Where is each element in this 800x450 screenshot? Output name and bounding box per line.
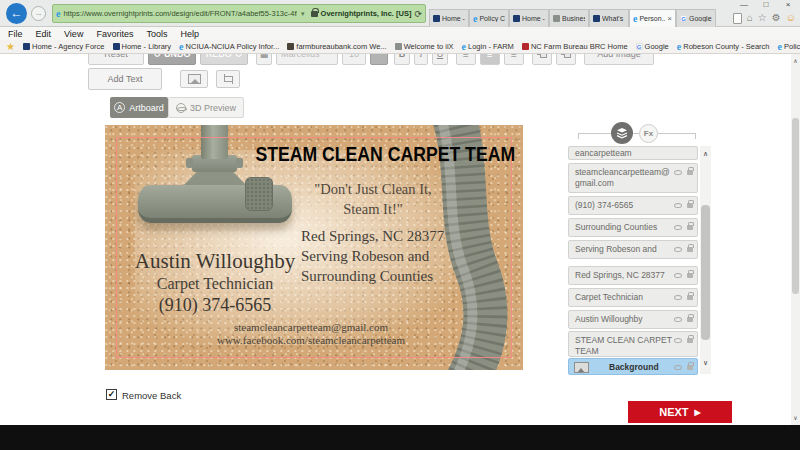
lock-icon[interactable] xyxy=(687,295,693,300)
feedback-smiley-icon[interactable]: ☺ xyxy=(786,12,796,24)
lock-icon[interactable] xyxy=(687,203,693,208)
card-email-text[interactable]: steamcleancarpetteam@gmail.com xyxy=(161,321,461,333)
lock-icon[interactable] xyxy=(687,225,693,230)
card-serving-line2[interactable]: Surrounding Counties xyxy=(301,266,481,286)
visibility-eye-icon[interactable] xyxy=(674,225,682,230)
image-tool-button[interactable] xyxy=(180,70,208,88)
card-city-text[interactable]: Red Springs, NC 28377 xyxy=(301,226,481,246)
favorite-iix[interactable]: Welcome to iiX xyxy=(395,42,454,51)
card-canvas[interactable]: STEAM CLEAN CARPET TEAM "Don't Just Clea… xyxy=(105,125,523,370)
favorites-star-icon[interactable]: ☆ xyxy=(758,12,767,24)
new-tab-icon[interactable] xyxy=(733,13,742,24)
layers-scroll-down-icon[interactable]: ∨ xyxy=(700,359,711,367)
card-facebook-text[interactable]: www.facebook.com/steamcleancarpetteam xyxy=(161,334,461,346)
tab-business[interactable]: Business ... xyxy=(549,9,589,27)
text-color-swatch[interactable] xyxy=(370,54,388,65)
certificate-name[interactable]: Overnightprints, Inc. [US] xyxy=(321,9,412,18)
lock-icon[interactable] xyxy=(687,170,693,175)
card-name-text[interactable]: Austin Willoughby xyxy=(123,249,307,274)
layers-panel-button[interactable] xyxy=(611,122,633,144)
tab-3d-preview[interactable]: 3D Preview xyxy=(168,97,244,118)
favorite-library[interactable]: Home - Library xyxy=(113,42,172,51)
favorite-login-farm[interactable]: eLogin - FARM xyxy=(462,42,514,52)
layer-item-title[interactable]: STEAM CLEAN CARPET TEAM xyxy=(568,331,698,357)
favorite-agency-force[interactable]: Home - Agency Force xyxy=(23,42,105,51)
layer-item-email[interactable]: steamcleancarpetteam@gmail.com xyxy=(568,163,698,193)
layer-item-name[interactable]: Austin Willoughby xyxy=(568,310,698,329)
visibility-eye-icon[interactable] xyxy=(674,295,682,300)
url-text[interactable]: https://www.overnightprints.com/design/e… xyxy=(63,9,296,18)
favorite-nciua-policy[interactable]: eNCIUA-NCIUA Policy Infor... xyxy=(179,42,279,52)
bring-forward-icon[interactable] xyxy=(532,54,552,65)
menu-tools[interactable]: Tools xyxy=(146,29,167,39)
home-icon[interactable]: ⌂ xyxy=(747,12,753,24)
visibility-eye-icon[interactable] xyxy=(674,317,682,322)
page-scrollbar-thumb[interactable] xyxy=(792,118,799,294)
bold-button[interactable]: B xyxy=(394,54,410,65)
lock-icon[interactable] xyxy=(687,365,693,370)
layers-scrollbar-thumb[interactable] xyxy=(701,205,710,340)
lock-icon[interactable] xyxy=(687,317,693,322)
send-backward-icon[interactable] xyxy=(556,54,576,65)
next-button[interactable]: NEXT ▶ xyxy=(628,401,732,423)
page-scroll-down-icon[interactable]: ∨ xyxy=(791,414,800,421)
tab-policy-center[interactable]: ePolicy Cen... xyxy=(469,9,509,27)
crop-tool-button[interactable] xyxy=(216,70,240,88)
tab-home-u[interactable]: Home - U... xyxy=(509,9,549,27)
visibility-eye-icon[interactable] xyxy=(674,365,682,370)
layers-scroll-up-icon[interactable]: ∧ xyxy=(700,150,711,158)
tab-whats-new[interactable]: What's ne... xyxy=(589,9,629,27)
card-address-block[interactable]: Red Springs, NC 28377 Serving Robeson an… xyxy=(301,226,481,286)
visibility-eye-icon[interactable] xyxy=(674,338,682,343)
minimize-button[interactable]: — xyxy=(734,0,754,10)
favorites-bar-star-icon[interactable]: ★ xyxy=(6,42,15,52)
redo-button[interactable]: REDO↻ xyxy=(200,54,248,65)
refresh-icon[interactable]: ⟳ xyxy=(414,9,422,19)
font-family-select[interactable]: Marcellus xyxy=(276,54,338,65)
align-right-icon[interactable]: ≡ xyxy=(504,54,524,65)
back-button[interactable]: ← xyxy=(6,3,27,24)
card-tagline-line1[interactable]: "Don't Just Clean It, xyxy=(277,181,469,198)
layer-item-role[interactable]: Carpet Technician xyxy=(568,288,698,307)
forward-button[interactable]: → xyxy=(31,6,46,21)
layer-item-background-selected[interactable]: Background xyxy=(568,358,698,375)
layer-item-surrounding[interactable]: Surrounding Counties xyxy=(568,218,698,237)
align-center-icon[interactable]: ≡ xyxy=(480,54,500,65)
lock-icon[interactable] xyxy=(687,273,693,278)
layer-item-phone[interactable]: (910) 374-6565 xyxy=(568,196,698,215)
tab-close-icon[interactable]: × xyxy=(667,15,672,23)
card-title-text[interactable]: STEAM CLEAN CARPET TEAM xyxy=(255,142,490,166)
tab-personalize-active[interactable]: ePerson...× xyxy=(629,9,676,27)
card-phone-text[interactable]: (910) 374-6565 xyxy=(123,295,307,316)
card-serving-line1[interactable]: Serving Robeson and xyxy=(301,246,481,266)
menu-file[interactable]: File xyxy=(8,29,23,39)
menu-edit[interactable]: Edit xyxy=(36,29,52,39)
card-tagline-line2[interactable]: Steam It!" xyxy=(277,201,469,218)
font-size-input[interactable]: 10 xyxy=(342,54,366,65)
undo-button[interactable]: ↺UNDO xyxy=(148,54,196,65)
favorite-google[interactable]: GGoogle xyxy=(636,42,669,51)
favorite-farmbureaubank[interactable]: farmbureaubank.com We... xyxy=(287,42,386,51)
visibility-eye-icon[interactable] xyxy=(674,203,682,208)
visibility-eye-icon[interactable] xyxy=(674,273,682,278)
effects-panel-button[interactable]: Fx xyxy=(639,124,658,143)
remove-back-checkbox[interactable]: ✓ xyxy=(106,389,117,400)
menu-view[interactable]: View xyxy=(64,29,83,39)
lock-icon[interactable] xyxy=(687,247,693,252)
reset-button[interactable]: Reset xyxy=(88,54,144,65)
lock-icon[interactable] xyxy=(687,338,693,343)
grid-tool-icon[interactable]: ▦ xyxy=(256,54,272,65)
add-text-button[interactable]: Add Text xyxy=(88,68,162,90)
address-bar[interactable]: e https://www.overnightprints.com/design… xyxy=(52,4,426,23)
tab-artboard[interactable]: A Artboard xyxy=(110,97,168,118)
favorite-policy-center[interactable]: ePolicy Center xyxy=(778,42,800,52)
menu-help[interactable]: Help xyxy=(180,29,199,39)
tab-google[interactable]: GGoogle xyxy=(676,9,716,27)
tab-home-a[interactable]: Home - A... xyxy=(429,9,469,27)
favorite-robeson-county[interactable]: eRobeson County - Search xyxy=(677,42,770,52)
align-left-icon[interactable]: ≡ xyxy=(456,54,476,65)
settings-gear-icon[interactable]: ⚙ xyxy=(772,12,781,24)
maximize-button[interactable]: □ xyxy=(756,0,776,10)
visibility-eye-icon[interactable] xyxy=(674,170,682,175)
favorite-nc-farm-bureau[interactable]: NC Farm Bureau BRC Home xyxy=(522,42,628,51)
